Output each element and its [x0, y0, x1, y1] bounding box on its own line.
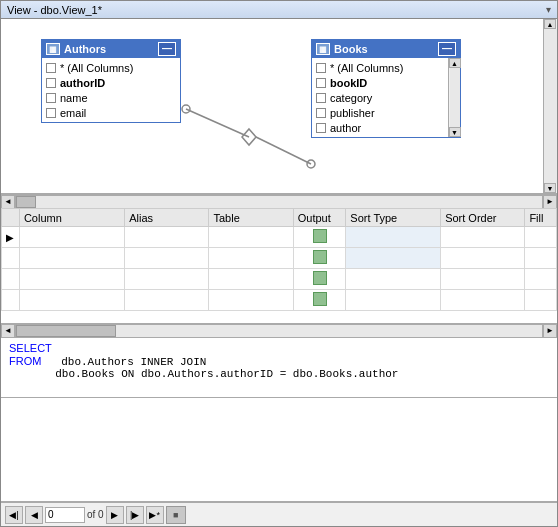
grid-row4-output-check[interactable] — [313, 292, 327, 306]
grid-row4-fill[interactable] — [525, 290, 557, 311]
books-scroll-down[interactable]: ▼ — [449, 127, 461, 137]
authors-row-authorid[interactable]: authorID — [42, 75, 180, 90]
diagram-scroll-up[interactable]: ▲ — [544, 19, 556, 29]
grid-row1-fill[interactable] — [525, 227, 557, 248]
books-check-bookid[interactable] — [316, 78, 326, 88]
books-row-publisher[interactable]: publisher — [312, 105, 460, 120]
grid-row-2 — [2, 248, 557, 269]
grid-row1-alias[interactable] — [125, 227, 209, 248]
nav-bar: ◀| ◀ of 0 ▶ |▶ ▶* ■ — [1, 502, 557, 526]
grid-row3-output-check[interactable] — [313, 271, 327, 285]
diagram-scroll-down[interactable]: ▼ — [544, 183, 556, 193]
grid-row4-column[interactable] — [19, 290, 124, 311]
authors-minimize-btn[interactable]: — — [158, 42, 176, 56]
books-check-publisher[interactable] — [316, 108, 326, 118]
diagram-vscroll-track — [544, 29, 557, 183]
diagram-hleft-arrow[interactable]: ◄ — [1, 195, 15, 209]
grid-row1-sortorder[interactable] — [441, 227, 525, 248]
grid-header-arrow-col — [2, 209, 20, 227]
grid-row2-output[interactable] — [293, 248, 346, 269]
nav-stop-btn[interactable]: ■ — [166, 506, 186, 524]
grid-row2-arrow — [2, 248, 20, 269]
books-row-bookid[interactable]: bookID — [312, 75, 460, 90]
grid-row2-table[interactable] — [209, 248, 293, 269]
grid-row3-column[interactable] — [19, 269, 124, 290]
grid-row1-output-check[interactable] — [313, 229, 327, 243]
grid-row3-sorttype[interactable] — [346, 269, 441, 290]
svg-marker-2 — [242, 129, 256, 145]
grid-row1-output[interactable] — [293, 227, 346, 248]
authors-row-all[interactable]: * (All Columns) — [42, 60, 180, 75]
grid-row1-sorttype[interactable] — [346, 227, 441, 248]
books-scroll-up[interactable]: ▲ — [449, 58, 461, 68]
nav-last-btn[interactable]: |▶ — [126, 506, 144, 524]
nav-first-btn[interactable]: ◀| — [5, 506, 23, 524]
grid-row4-sortorder[interactable] — [441, 290, 525, 311]
grid-hscroll-thumb[interactable] — [16, 325, 116, 337]
grid-row2-fill[interactable] — [525, 248, 557, 269]
authors-check-all[interactable] — [46, 63, 56, 73]
diagram-area: ▦ Authors — * (All Columns) authorID nam… — [1, 19, 557, 194]
diagram-hright-arrow[interactable]: ► — [543, 195, 557, 209]
grid-hleft-arrow[interactable]: ◄ — [1, 324, 15, 338]
grid-row2-column[interactable] — [19, 248, 124, 269]
books-vscroll[interactable]: ▲ ▼ — [448, 58, 460, 137]
grid-row3-alias[interactable] — [125, 269, 209, 290]
diagram-hscroll-thumb[interactable] — [16, 196, 36, 208]
grid-header-output: Output — [293, 209, 346, 227]
books-row-author[interactable]: author — [312, 120, 460, 135]
books-table-icon: ▦ — [316, 43, 330, 55]
nav-prev-btn[interactable]: ◀ — [25, 506, 43, 524]
svg-point-0 — [182, 105, 190, 113]
from-keyword: FROM — [9, 355, 41, 367]
grid-row1-column[interactable] — [19, 227, 124, 248]
grid-row-3 — [2, 269, 557, 290]
books-check-author[interactable] — [316, 123, 326, 133]
authors-row-email[interactable]: email — [42, 105, 180, 120]
books-table-body: ▲ ▼ * (All Columns) bookID category — [312, 58, 460, 137]
authors-check-email[interactable] — [46, 108, 56, 118]
title-bar: View - dbo.View_1* ▾ — [1, 1, 557, 19]
sql-area: SELECT FROM dbo.Authors INNER JOIN dbo.B… — [1, 338, 557, 398]
grid-row4-sorttype[interactable] — [346, 290, 441, 311]
books-check-all[interactable] — [316, 63, 326, 73]
nav-of-text: of 0 — [87, 509, 104, 520]
books-row-category[interactable]: category — [312, 90, 460, 105]
grid-row4-table[interactable] — [209, 290, 293, 311]
grid-table: Column Alias Table Output Sort Type Sort… — [1, 208, 557, 311]
grid-row3-table[interactable] — [209, 269, 293, 290]
grid-row3-arrow — [2, 269, 20, 290]
diagram-vscroll[interactable]: ▲ ▼ — [543, 19, 557, 193]
grid-row3-fill[interactable] — [525, 269, 557, 290]
grid-row4-alias[interactable] — [125, 290, 209, 311]
books-minimize-btn[interactable]: — — [438, 42, 456, 56]
authors-check-name[interactable] — [46, 93, 56, 103]
books-check-category[interactable] — [316, 93, 326, 103]
grid-row4-output[interactable] — [293, 290, 346, 311]
stop-icon: ■ — [173, 510, 178, 520]
grid-row4-arrow — [2, 290, 20, 311]
authors-check-authorid[interactable] — [46, 78, 56, 88]
main-window: View - dbo.View_1* ▾ ▦ Authors — * (All … — [0, 0, 558, 527]
grid-row1-table[interactable] — [209, 227, 293, 248]
authors-table-name: Authors — [64, 43, 158, 55]
grid-row2-sortorder[interactable] — [441, 248, 525, 269]
grid-row2-output-check[interactable] — [313, 250, 327, 264]
grid-row2-sorttype[interactable] — [346, 248, 441, 269]
grid-hscroll-track[interactable] — [15, 324, 543, 338]
grid-header-sortorder: Sort Order — [441, 209, 525, 227]
authors-table-icon: ▦ — [46, 43, 60, 55]
nav-new-btn[interactable]: ▶* — [146, 506, 164, 524]
diagram-hscroll-track[interactable] — [15, 195, 543, 209]
nav-record-input[interactable] — [45, 507, 85, 523]
pin-button[interactable]: ▾ — [546, 4, 551, 15]
diagram-hscroll: ◄ ► — [1, 194, 557, 208]
svg-line-3 — [256, 137, 311, 164]
authors-row-name[interactable]: name — [42, 90, 180, 105]
books-row-all[interactable]: * (All Columns) — [312, 60, 460, 75]
grid-hright-arrow[interactable]: ► — [543, 324, 557, 338]
grid-row3-sortorder[interactable] — [441, 269, 525, 290]
grid-row3-output[interactable] — [293, 269, 346, 290]
nav-next-btn[interactable]: ▶ — [106, 506, 124, 524]
grid-row2-alias[interactable] — [125, 248, 209, 269]
